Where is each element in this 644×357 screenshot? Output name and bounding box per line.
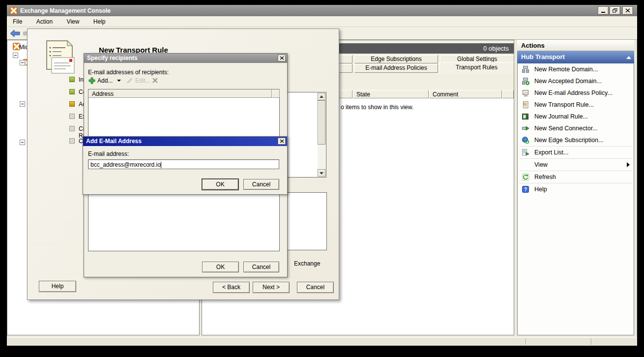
tab-fragment[interactable] xyxy=(339,64,352,73)
tree-collapse-icon[interactable] xyxy=(20,101,25,107)
restore-button[interactable] xyxy=(610,6,620,15)
action-new-transport-rule[interactable]: New Transport Rule... xyxy=(518,99,634,111)
edge-subscription-icon xyxy=(522,136,529,144)
help-icon: ? xyxy=(522,185,529,193)
action-help[interactable]: ? Help xyxy=(518,183,634,195)
menu-help[interactable]: Help xyxy=(88,16,112,25)
add-button-label: Add... xyxy=(97,77,113,84)
add-email-title: Add E-Mail Address xyxy=(86,138,142,145)
scroll-down-icon xyxy=(320,172,323,175)
send-connector-icon xyxy=(522,124,529,132)
scroll-down-button[interactable] xyxy=(318,169,325,177)
remote-domain-icon xyxy=(522,65,529,73)
close-button[interactable] xyxy=(622,6,633,15)
wizard-cancel-button[interactable]: Cancel xyxy=(297,282,334,293)
menu-view[interactable]: View xyxy=(61,16,86,25)
delete-button[interactable] xyxy=(152,77,158,84)
status-bar xyxy=(7,337,637,346)
scroll-up-icon xyxy=(320,95,323,98)
recipients-ok-button[interactable]: OK xyxy=(202,262,239,272)
accepted-domain-icon xyxy=(522,77,529,85)
collapse-chevron-icon[interactable] xyxy=(626,56,631,59)
menu-action[interactable]: Action xyxy=(30,16,59,25)
svg-text:?: ? xyxy=(524,187,527,192)
tab-edge-subscriptions[interactable]: Edge Subscriptions xyxy=(354,55,438,63)
tab-fragment[interactable] xyxy=(339,55,352,63)
journal-rule-icon xyxy=(522,113,529,120)
status-divider xyxy=(526,338,527,345)
column-header-comment[interactable]: Comment xyxy=(429,90,502,98)
action-refresh[interactable]: Refresh xyxy=(518,171,634,183)
email-address-policy-icon xyxy=(522,89,529,97)
hub-transport-group-header[interactable]: Hub Transport xyxy=(517,51,634,63)
actions-pane-title: Actions xyxy=(517,40,634,51)
window-titlebar[interactable]: Exchange Management Console xyxy=(7,5,637,16)
tab-transport-rules[interactable]: Transport Rules xyxy=(439,62,514,74)
address-column-filler xyxy=(272,89,280,98)
specify-recipients-title: Specify recipients xyxy=(87,55,138,61)
hub-transport-label: Hub Transport xyxy=(521,53,565,60)
action-new-edge-subscription[interactable]: New Edge Subscription... xyxy=(518,134,634,146)
action-export-list[interactable]: Export List... xyxy=(518,147,634,158)
step-status-icon xyxy=(69,138,75,144)
close-icon[interactable] xyxy=(278,55,286,61)
tree-collapse-icon[interactable] xyxy=(20,140,25,145)
transport-rule-icon xyxy=(522,101,529,109)
add-plus-icon xyxy=(88,77,95,84)
step-status-icon xyxy=(69,101,75,107)
wizard-background-text-fragment: Exchange xyxy=(294,260,320,267)
action-new-remote-domain[interactable]: New Remote Domain... xyxy=(518,63,634,75)
scrollbar-thumb[interactable] xyxy=(318,100,325,145)
recipients-cancel-button[interactable]: Cancel xyxy=(243,262,279,272)
transport-rule-wizard-icon xyxy=(46,40,73,72)
add-email-ok-button[interactable]: OK xyxy=(202,179,238,190)
scroll-up-button[interactable] xyxy=(318,93,325,100)
refresh-icon xyxy=(522,173,529,181)
column-header-state[interactable]: State xyxy=(353,90,429,98)
tree-collapse-icon[interactable] xyxy=(13,53,18,58)
add-email-cancel-button[interactable]: Cancel xyxy=(243,179,279,190)
empty-list-message: o items to show in this view. xyxy=(341,104,413,111)
export-list-icon xyxy=(522,149,529,156)
tab-email-address-policies[interactable]: E-mail Address Policies xyxy=(354,64,438,73)
email-address-value: bcc_address@mxrecord.io xyxy=(90,161,161,168)
add-email-address-dialog: Add E-Mail Address E-mail address: bcc_a… xyxy=(83,136,288,195)
recipients-field-label: E-mail addresses of recipients: xyxy=(88,69,169,76)
delete-x-icon xyxy=(152,77,158,84)
step-status-icon xyxy=(69,126,75,131)
email-address-input[interactable]: bcc_address@mxrecord.io xyxy=(88,159,279,169)
specify-recipients-titlebar[interactable]: Specify recipients xyxy=(84,54,287,63)
text-cursor xyxy=(161,162,161,168)
edit-button[interactable]: Edit... xyxy=(126,77,150,84)
action-new-email-address-policy[interactable]: New E-mail Address Policy... xyxy=(518,87,634,99)
add-email-titlebar[interactable]: Add E-Mail Address xyxy=(83,137,287,146)
menu-file[interactable]: File xyxy=(7,16,28,25)
wizard-help-button[interactable]: Help xyxy=(39,281,76,292)
column-header-filler xyxy=(502,90,514,98)
step-status-icon xyxy=(69,77,75,82)
minimize-button[interactable] xyxy=(598,6,609,15)
menu-bar: File Action View Help xyxy=(7,16,637,27)
step-status-icon xyxy=(69,89,75,94)
wizard-back-button[interactable]: < Back xyxy=(213,282,250,293)
wizard-next-button[interactable]: Next > xyxy=(253,282,290,293)
close-icon[interactable] xyxy=(278,138,286,145)
screen: Exchange Management Console File Action … xyxy=(0,0,644,357)
tree-collapse-icon[interactable] xyxy=(20,60,25,65)
submenu-arrow-icon xyxy=(627,162,630,167)
action-new-accepted-domain[interactable]: New Accepted Domain... xyxy=(518,75,634,87)
action-new-journal-rule[interactable]: New Journal Rule... xyxy=(518,111,634,122)
action-view[interactable]: View xyxy=(518,159,634,171)
step-status-icon xyxy=(69,114,75,119)
back-icon[interactable] xyxy=(10,30,21,37)
status-divider xyxy=(591,338,592,345)
action-new-send-connector[interactable]: New Send Connector... xyxy=(518,122,634,134)
add-dropdown-icon[interactable] xyxy=(117,80,121,82)
exchange-logo-icon xyxy=(10,7,17,14)
window-title: Exchange Management Console xyxy=(20,7,111,14)
edit-pencil-icon xyxy=(126,77,133,84)
address-column-header[interactable]: Address xyxy=(88,89,272,98)
email-field-label: E-mail address: xyxy=(88,150,129,157)
add-button[interactable]: Add... xyxy=(88,77,121,84)
objects-count: 0 objects xyxy=(483,45,509,52)
